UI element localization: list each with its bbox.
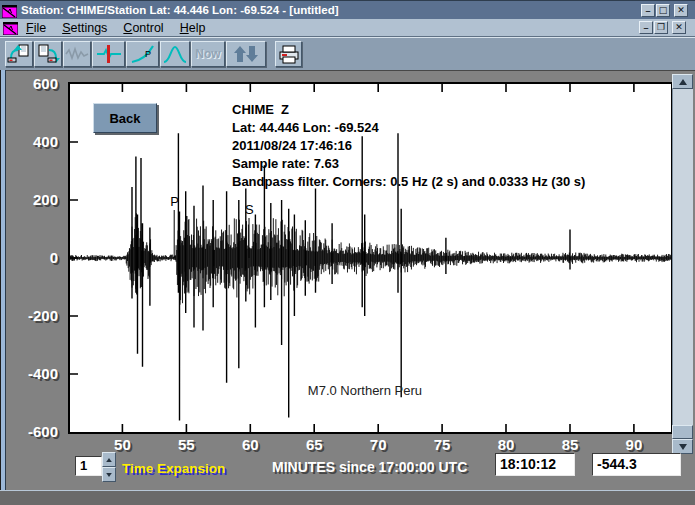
app-icon [2,4,17,17]
seismogram-trace [70,213,671,304]
open-event-button[interactable] [5,41,33,67]
y-axis-label: 600 [8,75,58,92]
maximize-button[interactable]: □ [656,4,670,17]
scrollbar-track[interactable] [672,89,693,439]
waveform-icon [65,44,89,64]
file-up-icon [7,44,31,64]
menu-file[interactable]: File [26,21,46,35]
x-axis-caption: MINUTES since 17:00:00 UTC [272,459,467,475]
time-expansion-up-button[interactable] [102,452,116,467]
event-info-text: CHIME Z Lat: 44.446 Lon: -69.524 2011/08… [232,101,585,191]
time-expansion-down-button[interactable] [102,467,116,482]
phase-label-p: P [170,194,179,209]
menubar: FileSettingsControlHelp _ ❐ ✕ [0,19,695,37]
x-axis-label: 70 [358,436,398,453]
print-button[interactable] [275,41,302,67]
window-left-edge [0,70,6,505]
arrow-up-icon [679,79,687,85]
menu-control[interactable]: Control [123,21,163,35]
file-down-icon [36,44,60,64]
save-event-button[interactable] [34,41,62,67]
minimize-button[interactable]: _ [641,4,655,17]
y-axis-label: 400 [8,133,58,150]
y-axis-label: -200 [8,307,58,324]
app-window: Station: CHIME/Station Lat: 44.446 Lon: … [0,0,695,505]
scrollbar-thumb[interactable] [672,425,693,439]
filter-button[interactable]: P [126,41,159,67]
now-label: Now [195,47,220,61]
menu-settings[interactable]: Settings [62,21,107,35]
toolbar: PNow [0,37,695,70]
arrow-down-icon [679,444,687,450]
phase-label-s: S [245,202,254,217]
time-expansion-input[interactable]: 1 [75,456,102,476]
x-axis-label: 90 [614,436,654,453]
menu-help[interactable]: Help [180,21,206,35]
arrow-up-icon [106,457,112,461]
child-close-button[interactable]: ✕ [672,21,686,34]
extract-waveform-button[interactable] [63,41,91,67]
svg-text:P: P [145,49,151,59]
scrollbar-up-button[interactable] [672,74,693,89]
pick-icon [96,44,122,64]
y-axis-label: -400 [8,365,58,382]
pick-arrival-button[interactable] [92,41,125,67]
time-expansion-label: Time Expansion [122,461,225,476]
bell-icon [163,44,187,64]
child-restore-button[interactable]: ❐ [654,21,668,34]
y-axis-label: 200 [8,191,58,208]
scroll-up-down-button[interactable] [226,41,266,67]
arrow-down-icon [106,472,112,476]
x-axis-label: 50 [102,436,142,453]
window-bottom-edge [0,490,695,505]
back-button[interactable]: Back [93,103,157,133]
close-button[interactable]: ✕ [674,4,688,17]
x-axis-label: 85 [550,436,590,453]
x-axis-label: 65 [294,436,334,453]
print-icon [277,44,301,64]
event-annotation: M7.0 Northern Peru [308,383,422,398]
clock-display: 18:10:12 [495,453,575,476]
y-axis-label: -600 [8,423,58,440]
child-minimize-button[interactable]: _ [639,21,653,34]
scrollbar-down-button[interactable] [672,439,693,454]
x-axis-label: 75 [422,436,462,453]
filter-p-icon: P [130,44,156,64]
now-button[interactable]: Now [191,41,225,67]
x-axis-label: 55 [166,436,206,453]
spectrum-button[interactable] [160,41,190,67]
window-title: Station: CHIME/Station Lat: 44.446 Lon: … [21,4,339,16]
cursor-value-display: -544.3 [592,453,681,476]
titlebar[interactable]: Station: CHIME/Station Lat: 44.446 Lon: … [0,0,695,19]
document-icon[interactable] [3,21,18,34]
scroll-arrows-icon [233,44,259,64]
x-axis-label: 80 [486,436,526,453]
x-axis-label: 60 [230,436,270,453]
y-axis-label: 0 [8,249,58,266]
